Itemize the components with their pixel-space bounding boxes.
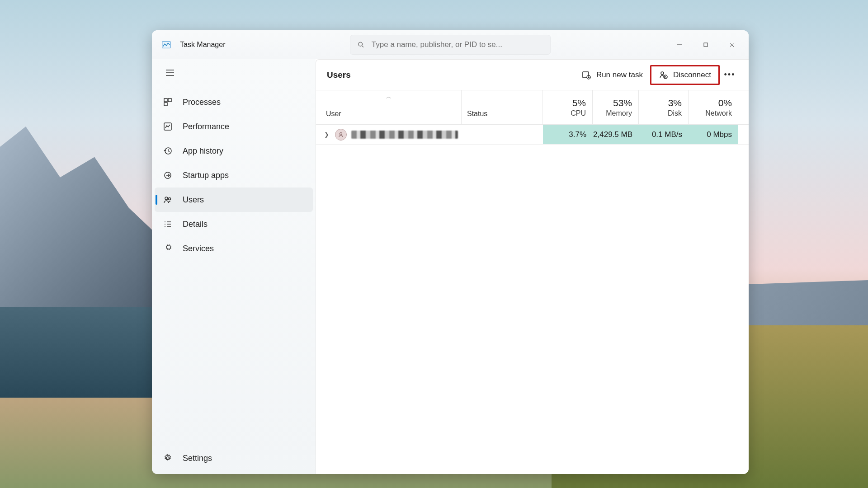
sidebar-item-label: Performance	[183, 122, 229, 131]
task-manager-window: Task Manager Processes Performance	[152, 30, 749, 474]
table-row[interactable]: ❯ 3.7% 2,429.5 MB 0.1 MB/s 0 Mbps	[316, 125, 749, 145]
main-content: Users Run new task Disconnect ••• ︿ User	[316, 59, 749, 474]
cell-network: 0 Mbps	[689, 125, 738, 144]
sidebar-item-performance[interactable]: Performance	[155, 114, 313, 139]
performance-icon	[163, 122, 173, 131]
svg-point-30	[661, 72, 664, 75]
toolbar: Users Run new task Disconnect •••	[316, 60, 749, 90]
services-icon	[163, 244, 173, 253]
users-icon	[163, 195, 173, 205]
sidebar-item-startup-apps[interactable]: Startup apps	[155, 163, 313, 188]
column-header-cpu[interactable]: 5% CPU	[543, 90, 593, 124]
disconnect-button[interactable]: Disconnect	[650, 65, 720, 85]
sidebar: Processes Performance App history Startu…	[152, 59, 316, 474]
page-title: Users	[327, 70, 351, 80]
sidebar-item-label: Startup apps	[183, 171, 229, 180]
svg-point-17	[165, 197, 168, 200]
disk-label: Disk	[668, 109, 682, 117]
expand-chevron-icon[interactable]: ❯	[324, 131, 330, 138]
disk-percent: 3%	[668, 98, 682, 108]
sidebar-item-label: Processes	[183, 98, 221, 107]
run-new-task-label: Run new task	[596, 70, 643, 80]
svg-line-2	[362, 46, 363, 47]
maximize-button[interactable]	[693, 36, 719, 54]
more-options-button[interactable]: •••	[720, 65, 740, 85]
table-header: ︿ User Status 5% CPU 53% Memory 3% Disk	[316, 90, 749, 125]
sidebar-item-processes[interactable]: Processes	[155, 90, 313, 114]
cell-user: ❯	[316, 129, 462, 141]
titlebar[interactable]: Task Manager	[152, 30, 749, 59]
column-header-disk[interactable]: 3% Disk	[639, 90, 689, 124]
svg-rect-4	[704, 43, 708, 47]
svg-rect-12	[164, 103, 167, 106]
cell-cpu: 3.7%	[543, 125, 593, 144]
app-title: Task Manager	[180, 41, 226, 49]
user-avatar-icon	[335, 129, 347, 141]
column-header-user[interactable]: ︿ User	[316, 90, 462, 124]
svg-point-33	[340, 132, 342, 135]
disconnect-label: Disconnect	[673, 70, 711, 80]
svg-rect-11	[168, 99, 171, 102]
sort-indicator-icon: ︿	[386, 93, 392, 101]
close-button[interactable]	[719, 36, 745, 54]
search-input[interactable]	[372, 40, 543, 49]
search-box[interactable]	[350, 35, 551, 55]
settings-icon	[163, 453, 173, 463]
user-name-redacted	[351, 131, 458, 139]
sidebar-item-label: Settings	[183, 454, 212, 463]
run-task-icon	[582, 70, 591, 80]
sidebar-item-label: Users	[183, 195, 204, 205]
history-icon	[163, 146, 173, 156]
svg-point-18	[169, 198, 171, 200]
sidebar-item-settings[interactable]: Settings	[155, 446, 313, 470]
sidebar-item-services[interactable]: Services	[155, 236, 313, 261]
details-icon	[163, 219, 173, 229]
sidebar-item-label: App history	[183, 146, 223, 156]
window-controls	[666, 36, 745, 54]
network-percent: 0%	[718, 98, 732, 108]
startup-icon	[163, 170, 173, 180]
svg-point-1	[359, 42, 363, 46]
sidebar-item-app-history[interactable]: App history	[155, 139, 313, 163]
hamburger-button[interactable]	[159, 63, 181, 83]
cell-memory: 2,429.5 MB	[593, 125, 639, 144]
network-label: Network	[705, 109, 732, 117]
svg-rect-10	[164, 99, 167, 102]
column-user-label: User	[326, 110, 341, 118]
sidebar-item-users[interactable]: Users	[155, 188, 313, 212]
sidebar-item-label: Services	[183, 244, 214, 253]
column-header-status[interactable]: Status	[462, 90, 543, 124]
column-header-memory[interactable]: 53% Memory	[593, 90, 639, 124]
search-icon	[358, 41, 364, 48]
column-header-network[interactable]: 0% Network	[689, 90, 738, 124]
column-status-label: Status	[467, 110, 487, 118]
sidebar-item-details[interactable]: Details	[155, 212, 313, 236]
cell-disk: 0.1 MB/s	[639, 125, 689, 144]
run-new-task-button[interactable]: Run new task	[575, 65, 650, 85]
disconnect-icon	[659, 70, 668, 80]
sidebar-item-label: Details	[183, 220, 208, 229]
memory-label: Memory	[606, 109, 632, 117]
app-icon	[161, 39, 172, 50]
cpu-label: CPU	[571, 109, 586, 117]
memory-percent: 53%	[613, 98, 632, 108]
processes-icon	[163, 97, 173, 107]
table-body: ❯ 3.7% 2,429.5 MB 0.1 MB/s 0 Mbps	[316, 125, 749, 474]
minimize-button[interactable]	[666, 36, 693, 54]
cpu-percent: 5%	[572, 98, 586, 108]
